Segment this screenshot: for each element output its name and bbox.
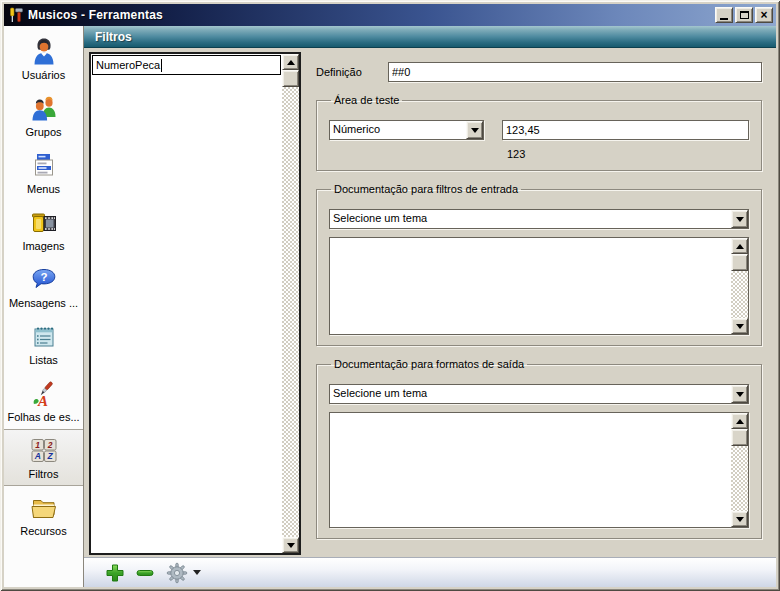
input-docs-scrollbar <box>731 238 748 334</box>
test-result-text: 123 <box>502 148 749 160</box>
scroll-track[interactable] <box>282 87 299 537</box>
maximize-button[interactable] <box>735 7 753 23</box>
definition-input[interactable] <box>388 62 762 82</box>
scroll-down-button[interactable] <box>731 511 748 527</box>
sidebar-item-listas[interactable]: Listas <box>4 315 83 372</box>
sidebar-item-usuarios[interactable]: Usuários <box>4 30 83 87</box>
close-icon: × <box>760 10 767 20</box>
arrow-down-icon <box>287 543 295 548</box>
chevron-down-icon <box>471 128 479 133</box>
sidebar: Usuários Grupos <box>4 26 84 587</box>
output-docs-text[interactable] <box>330 413 731 527</box>
input-docs-legend: Documentação para filtros de entrada <box>331 183 521 195</box>
output-docs-theme-value: Selecione um tema <box>330 385 731 403</box>
svg-text:1: 1 <box>35 439 40 449</box>
filter-name-text: NumeroPeca <box>96 59 160 71</box>
output-docs-legend: Documentação para formatos de saída <box>331 358 527 370</box>
filter-type-dropdown[interactable]: Númerico <box>329 120 484 140</box>
svg-text:Z: Z <box>46 451 53 461</box>
scroll-up-button[interactable] <box>731 413 748 429</box>
svg-text:?: ? <box>40 270 47 282</box>
svg-text:A: A <box>36 392 47 408</box>
close-button[interactable]: × <box>755 7 773 23</box>
message-bubble-icon: ? <box>29 265 59 295</box>
remove-filter-button[interactable] <box>132 561 158 585</box>
scroll-down-button[interactable] <box>731 318 748 334</box>
svg-text:A: A <box>33 451 40 461</box>
sidebar-item-menus[interactable]: Menus <box>4 144 83 201</box>
definition-label: Definição <box>316 66 388 78</box>
dropdown-button[interactable] <box>466 121 483 139</box>
dropdown-button[interactable] <box>731 210 748 228</box>
filter-keys-icon: 1 2 A Z <box>29 436 59 466</box>
definition-row: Definição <box>316 62 762 82</box>
filter-list-body[interactable]: NumeroPeca <box>91 54 282 553</box>
sidebar-item-imagens[interactable]: Imagens <box>4 201 83 258</box>
section-header: Filtros <box>84 26 776 48</box>
chevron-down-icon <box>736 392 744 397</box>
filter-type-value: Númerico <box>330 121 466 139</box>
menu-window-icon <box>29 151 59 181</box>
test-area-legend: Área de teste <box>331 94 402 106</box>
chevron-down-icon <box>736 217 744 222</box>
app-tools-icon <box>8 7 24 23</box>
text-caret <box>161 59 162 72</box>
scroll-up-button[interactable] <box>282 54 299 70</box>
scroll-track[interactable] <box>731 446 748 511</box>
window-title: Musicos - Ferramentas <box>28 8 713 22</box>
dropdown-button[interactable] <box>731 385 748 403</box>
plus-icon <box>105 563 125 583</box>
sidebar-item-filtros[interactable]: 1 2 A Z Filtros <box>4 429 83 486</box>
scroll-thumb[interactable] <box>731 254 748 271</box>
filter-list-scrollbar <box>282 54 299 553</box>
arrow-down-icon <box>736 517 744 522</box>
test-value-input[interactable] <box>502 120 749 140</box>
input-docs-theme-dropdown[interactable]: Selecione um tema <box>329 209 749 229</box>
main-area: Filtros NumeroPeca <box>84 26 776 587</box>
add-filter-button[interactable] <box>102 561 128 585</box>
sidebar-item-label: Usuários <box>22 69 65 81</box>
sidebar-item-label: Folhas de es... <box>7 411 79 423</box>
minimize-button[interactable] <box>715 7 733 23</box>
output-docs-textarea[interactable] <box>329 412 749 528</box>
sidebar-item-folhas-de-estilo[interactable]: A Folhas de es... <box>4 372 83 429</box>
bottom-toolbar <box>84 557 776 587</box>
group-icon <box>29 94 59 124</box>
content-area: NumeroPeca Definição <box>84 48 776 557</box>
scroll-up-button[interactable] <box>731 238 748 254</box>
filter-detail-panel: Definição Área de teste Númerico 123 <box>301 48 776 557</box>
sidebar-item-label: Mensagens ... <box>9 297 78 309</box>
sidebar-item-label: Listas <box>29 354 58 366</box>
output-docs-theme-dropdown[interactable]: Selecione um tema <box>329 384 749 404</box>
app-window: Musicos - Ferramentas × Usuários <box>0 0 780 591</box>
scroll-track[interactable] <box>731 271 748 318</box>
input-docs-textarea[interactable] <box>329 237 749 335</box>
settings-dropdown-arrow-icon <box>193 570 201 575</box>
scroll-thumb[interactable] <box>282 70 299 87</box>
sidebar-item-label: Menus <box>27 183 60 195</box>
input-docs-text[interactable] <box>330 238 731 334</box>
input-docs-theme-value: Selecione um tema <box>330 210 731 228</box>
folder-icon <box>29 493 59 523</box>
scroll-down-button[interactable] <box>282 537 299 553</box>
test-area-groupbox: Área de teste Númerico 123 <box>316 94 762 171</box>
output-docs-groupbox: Documentação para formatos de saída Sele… <box>316 358 762 539</box>
sidebar-item-label: Imagens <box>22 240 64 252</box>
scroll-thumb[interactable] <box>731 429 748 446</box>
output-docs-scrollbar <box>731 413 748 527</box>
input-docs-groupbox: Documentação para filtros de entrada Sel… <box>316 183 762 346</box>
notepad-icon <box>29 322 59 352</box>
stylesheet-brush-icon: A <box>29 379 59 409</box>
sidebar-item-mensagens[interactable]: ? Mensagens ... <box>4 258 83 315</box>
sidebar-item-label: Recursos <box>20 525 66 537</box>
filter-list: NumeroPeca <box>89 52 301 555</box>
minus-icon <box>135 563 155 583</box>
sidebar-item-label: Grupos <box>25 126 61 138</box>
settings-menu-button[interactable] <box>166 562 201 584</box>
filter-name-edit[interactable]: NumeroPeca <box>92 55 281 75</box>
user-icon <box>29 37 59 67</box>
sidebar-item-recursos[interactable]: Recursos <box>4 486 83 543</box>
sidebar-item-grupos[interactable]: Grupos <box>4 87 83 144</box>
maximize-icon <box>740 11 749 19</box>
arrow-down-icon <box>736 324 744 329</box>
